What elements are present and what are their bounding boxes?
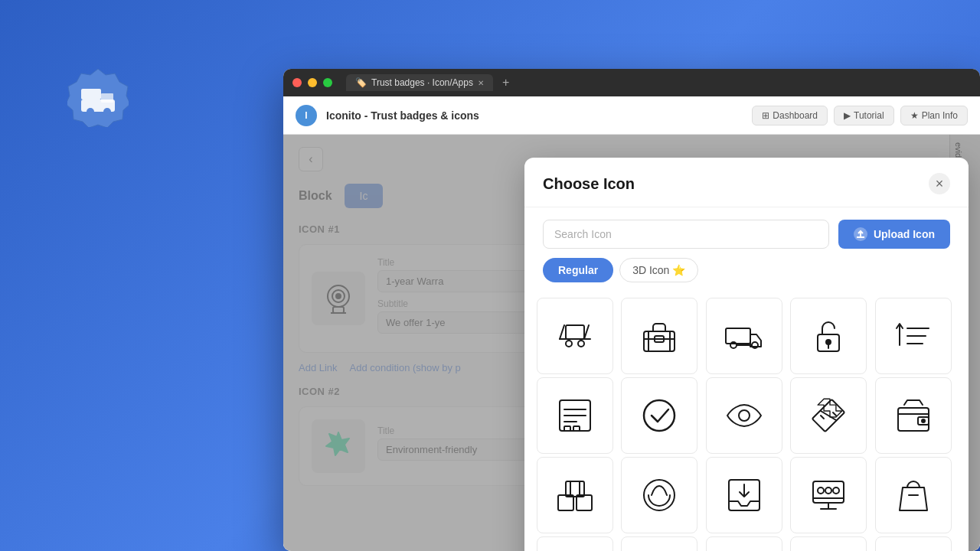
modal-title: Choose Icon — [543, 175, 635, 193]
search-input-wrapper — [543, 220, 829, 249]
icon-cell-sort-list[interactable] — [875, 298, 952, 374]
browser-tab-active[interactable]: 🏷️ Trust badges · Icon/Apps ✕ — [346, 74, 493, 91]
app-header: I Iconito - Trust badges & icons ⊞ Dashb… — [283, 96, 980, 135]
icon-cell-download-cart[interactable] — [875, 536, 952, 551]
svg-point-55 — [825, 487, 831, 494]
tab-favicon: 🏷️ — [355, 77, 367, 88]
icon-cell-ticket[interactable] — [790, 377, 867, 454]
icon-grid — [524, 292, 969, 551]
svg-point-4 — [103, 108, 111, 116]
traffic-light-green[interactable] — [323, 78, 332, 87]
icon-cell-packages[interactable] — [537, 457, 613, 533]
svg-point-54 — [818, 487, 824, 494]
svg-point-34 — [644, 400, 675, 431]
svg-point-56 — [833, 487, 839, 494]
svg-line-38 — [821, 416, 824, 419]
dashboard-icon: ⊞ — [762, 110, 769, 121]
svg-rect-33 — [573, 426, 580, 431]
app-title: Iconito - Trust badges & icons — [326, 109, 743, 122]
icon-cell-eye[interactable] — [706, 377, 782, 454]
svg-rect-2 — [81, 89, 101, 99]
search-input[interactable] — [543, 220, 829, 249]
badge-logo — [67, 66, 129, 130]
svg-rect-5 — [101, 93, 113, 103]
svg-rect-18 — [726, 328, 750, 344]
svg-line-39 — [833, 412, 836, 416]
new-tab-button[interactable]: + — [502, 76, 509, 90]
icon-cell-wallet[interactable] — [875, 377, 952, 454]
svg-rect-10 — [566, 325, 584, 339]
upload-icon — [854, 227, 867, 241]
icon-cell-check-circle[interactable] — [621, 377, 697, 454]
choose-icon-modal: Choose Icon × — [524, 158, 969, 551]
svg-point-11 — [566, 341, 572, 347]
upload-icon-button[interactable]: Upload Icon — [838, 220, 950, 249]
svg-point-3 — [87, 108, 94, 116]
tab-regular[interactable]: Regular — [543, 258, 613, 282]
icon-cell-store[interactable] — [621, 536, 697, 551]
modal-type-tabs: Regular 3D Icon ⭐ — [524, 258, 969, 292]
tutorial-icon: ▶ — [844, 110, 851, 121]
modal-header: Choose Icon × — [524, 158, 969, 207]
svg-point-12 — [578, 341, 584, 347]
icon-cell-pos[interactable] — [790, 536, 867, 551]
app-logo: I — [296, 105, 317, 126]
modal-close-button[interactable]: × — [929, 173, 950, 194]
tab-title: Trust badges · Icon/Apps — [371, 77, 473, 88]
tab-3d[interactable]: 3D Icon ⭐ — [619, 258, 698, 282]
icon-cell-receipt-scan[interactable] — [537, 536, 613, 551]
icon-cell-basket[interactable] — [621, 457, 697, 533]
modal-overlay[interactable]: Choose Icon × — [283, 135, 980, 551]
tab-close-button[interactable]: ✕ — [478, 79, 484, 87]
browser-content: I Iconito - Trust badges & icons ⊞ Dashb… — [283, 96, 980, 551]
header-buttons: ⊞ Dashboard ▶ Tutorial ★ Plan Info — [752, 106, 968, 126]
icon-cell-delivery-truck[interactable] — [706, 298, 782, 374]
tutorial-button[interactable]: ▶ Tutorial — [834, 106, 894, 126]
plan-icon: ★ — [910, 110, 919, 121]
icon-cell-document-list[interactable] — [537, 377, 613, 454]
icon-cell-store-front[interactable] — [706, 536, 782, 551]
icon-cell-shopping-bag[interactable] — [875, 457, 952, 533]
icon-cell-padlock[interactable] — [790, 298, 867, 374]
dashboard-button[interactable]: ⊞ Dashboard — [752, 106, 828, 126]
browser-window: 🏷️ Trust badges · Icon/Apps ✕ + I Iconit… — [283, 69, 980, 551]
plan-info-button[interactable]: ★ Plan Info — [900, 106, 968, 126]
traffic-light-yellow[interactable] — [308, 78, 317, 87]
icon-cell-luggage-cart[interactable] — [537, 298, 613, 374]
browser-chrome: 🏷️ Trust badges · Icon/Apps ✕ + — [283, 69, 980, 96]
icon-cell-toolbox[interactable] — [621, 298, 697, 374]
traffic-light-red[interactable] — [292, 78, 302, 87]
svg-point-42 — [922, 419, 925, 422]
svg-rect-32 — [564, 426, 570, 431]
modal-search-row: Upload Icon — [524, 207, 969, 258]
icon-cell-inbox-download[interactable] — [706, 457, 782, 533]
main-content: ‹ Block Ic ICON #1 — [283, 135, 980, 551]
icon-cell-online-shop[interactable] — [790, 457, 867, 533]
svg-point-35 — [739, 410, 750, 421]
